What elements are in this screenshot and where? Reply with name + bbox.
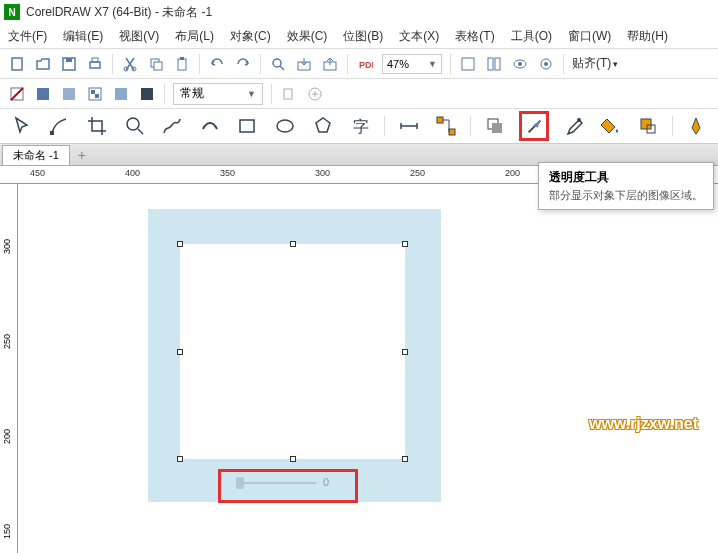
transparency-slider-track xyxy=(236,482,316,484)
fullscreen-icon[interactable] xyxy=(459,55,477,73)
prop-icon-4[interactable] xyxy=(112,85,130,103)
no-fill-icon[interactable] xyxy=(8,85,26,103)
freehand-tool[interactable] xyxy=(158,111,186,141)
prop-icon-5[interactable] xyxy=(138,85,156,103)
ruler-tick: 200 xyxy=(2,429,12,444)
menu-object[interactable]: 对象(C) xyxy=(230,28,271,45)
menu-window[interactable]: 窗口(W) xyxy=(568,28,611,45)
ruler-tick: 150 xyxy=(2,524,12,539)
separator xyxy=(164,84,165,104)
crop-tool[interactable] xyxy=(83,111,111,141)
inner-rectangle[interactable] xyxy=(180,244,405,459)
copy-icon[interactable] xyxy=(147,55,165,73)
menu-layout[interactable]: 布局(L) xyxy=(175,28,214,45)
canvas[interactable]: 0 xyxy=(18,184,718,553)
prop-icon-3[interactable] xyxy=(86,85,104,103)
svg-point-33 xyxy=(127,118,139,130)
selection-handle[interactable] xyxy=(402,241,408,247)
style-combo[interactable]: 常规 ▼ xyxy=(173,83,263,105)
print-icon[interactable] xyxy=(86,55,104,73)
ruler-tick: 350 xyxy=(220,168,235,178)
preview-icon[interactable] xyxy=(511,55,529,73)
selection-handle[interactable] xyxy=(290,241,296,247)
property-toolbar: 常规 ▼ xyxy=(0,78,718,108)
snap-button[interactable]: 贴齐(T) ▾ xyxy=(572,55,618,72)
rect-tool[interactable] xyxy=(234,111,262,141)
transparency-value: 0 xyxy=(323,476,329,488)
ruler-tick: 250 xyxy=(410,168,425,178)
menu-file[interactable]: 文件(F) xyxy=(8,28,47,45)
selection-handle[interactable] xyxy=(177,349,183,355)
shadow-tool[interactable] xyxy=(481,111,509,141)
undo-icon[interactable] xyxy=(208,55,226,73)
artistic-tool[interactable] xyxy=(196,111,224,141)
app-icon: N xyxy=(4,4,20,20)
transparency-tool[interactable] xyxy=(519,111,549,141)
import-icon[interactable] xyxy=(295,55,313,73)
standard-toolbar: PDF 47% ▼ 贴齐(T) ▾ xyxy=(0,48,718,78)
connector-tool[interactable] xyxy=(433,111,461,141)
selection-handle[interactable] xyxy=(177,241,183,247)
smartfill-tool[interactable] xyxy=(634,111,662,141)
svg-rect-34 xyxy=(240,120,254,132)
menu-tools[interactable]: 工具(O) xyxy=(511,28,552,45)
rulers-icon[interactable] xyxy=(485,55,503,73)
dimension-tool[interactable] xyxy=(395,111,423,141)
menu-view[interactable]: 视图(V) xyxy=(119,28,159,45)
svg-rect-16 xyxy=(488,58,493,70)
prop-icon-1[interactable] xyxy=(34,85,52,103)
separator xyxy=(672,116,673,136)
menu-text[interactable]: 文本(X) xyxy=(399,28,439,45)
svg-point-19 xyxy=(518,62,522,66)
export-icon[interactable] xyxy=(321,55,339,73)
selection-handle[interactable] xyxy=(290,456,296,462)
pick-tool[interactable] xyxy=(8,111,36,141)
tab-add[interactable]: + xyxy=(70,145,94,165)
open-icon[interactable] xyxy=(34,55,52,73)
transparency-slider-thumb[interactable] xyxy=(236,477,244,489)
zoom-value: 47% xyxy=(387,58,409,70)
search-icon[interactable] xyxy=(269,55,287,73)
add-icon[interactable] xyxy=(306,85,324,103)
separator xyxy=(450,54,451,74)
window-title: CorelDRAW X7 (64-Bit) - 未命名 -1 xyxy=(26,4,212,21)
svg-text:PDF: PDF xyxy=(359,60,373,70)
menu-edit[interactable]: 编辑(E) xyxy=(63,28,103,45)
svg-rect-37 xyxy=(437,117,443,123)
svg-rect-38 xyxy=(449,129,455,135)
menu-table[interactable]: 表格(T) xyxy=(455,28,494,45)
save-icon[interactable] xyxy=(60,55,78,73)
shape-tool[interactable] xyxy=(46,111,74,141)
selection-handle[interactable] xyxy=(177,456,183,462)
svg-rect-30 xyxy=(284,89,292,99)
tab-active[interactable]: 未命名 -1 xyxy=(2,145,70,165)
eyedropper-tool[interactable] xyxy=(559,111,587,141)
prop-icon-2[interactable] xyxy=(60,85,78,103)
zoom-tool[interactable] xyxy=(121,111,149,141)
selection-handle[interactable] xyxy=(402,349,408,355)
polygon-tool[interactable] xyxy=(309,111,337,141)
ellipse-tool[interactable] xyxy=(271,111,299,141)
separator xyxy=(112,54,113,74)
publish-icon[interactable]: PDF xyxy=(356,55,374,73)
paste-icon[interactable] xyxy=(173,55,191,73)
new-icon[interactable] xyxy=(8,55,26,73)
svg-rect-3 xyxy=(90,62,100,68)
separator xyxy=(271,84,272,104)
fill-tool[interactable] xyxy=(596,111,624,141)
svg-rect-29 xyxy=(141,88,153,100)
text-tool[interactable]: 字 xyxy=(346,111,374,141)
pen-tool[interactable] xyxy=(683,111,711,141)
menu-effect[interactable]: 效果(C) xyxy=(287,28,328,45)
copy-props-icon[interactable] xyxy=(280,85,298,103)
zoom-combo[interactable]: 47% ▼ xyxy=(382,54,442,74)
menu-bitmap[interactable]: 位图(B) xyxy=(343,28,383,45)
svg-rect-24 xyxy=(63,88,75,100)
svg-rect-9 xyxy=(178,59,186,70)
redo-icon[interactable] xyxy=(234,55,252,73)
cut-icon[interactable] xyxy=(121,55,139,73)
selection-handle[interactable] xyxy=(402,456,408,462)
svg-text:字: 字 xyxy=(353,118,369,135)
menu-help[interactable]: 帮助(H) xyxy=(627,28,668,45)
options-icon[interactable] xyxy=(537,55,555,73)
